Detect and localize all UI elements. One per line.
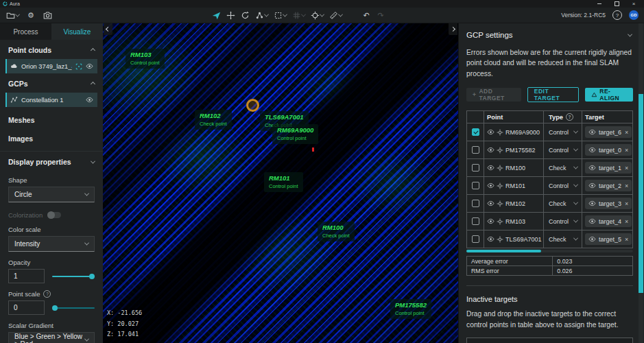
shape-select[interactable]: Circle — [8, 187, 95, 202]
target-tool-button[interactable] — [310, 10, 324, 21]
gcp-marker-label[interactable]: RM102Check point — [195, 110, 232, 130]
chevron-down-icon — [339, 14, 342, 17]
marker-type: Control point — [269, 183, 298, 189]
remove-target-icon[interactable]: × — [625, 165, 628, 172]
table-horizontal-scrollbar[interactable] — [466, 250, 633, 252]
crosshair-icon[interactable] — [497, 147, 503, 154]
eye-icon[interactable] — [487, 235, 494, 243]
tab-process[interactable]: Process — [0, 23, 51, 40]
chevron-up-icon — [91, 82, 95, 86]
gcp-marker-label[interactable]: RM103Control point — [126, 49, 165, 69]
crosshair-icon[interactable] — [497, 182, 503, 189]
row-checkbox[interactable] — [472, 217, 479, 225]
point-cloud-viewport[interactable]: RM103Control pointRM102Check pointTLS69A… — [103, 23, 458, 343]
help-icon[interactable]: ? — [566, 113, 573, 121]
crosshair-icon[interactable] — [497, 165, 503, 172]
gcp-marker-label[interactable]: RM101Control point — [264, 172, 303, 192]
remove-target-icon[interactable]: × — [625, 129, 628, 136]
type-select[interactable]: Check — [544, 159, 582, 176]
user-avatar[interactable]: GD — [629, 10, 639, 20]
navigate-tool-icon[interactable] — [211, 10, 221, 21]
re-align-button[interactable]: RE-ALIGN — [585, 88, 634, 102]
gcp-tool-button[interactable] — [254, 10, 268, 21]
row-checkbox[interactable] — [472, 146, 479, 154]
target-chip[interactable]: target_4× — [585, 215, 632, 227]
eye-icon[interactable] — [86, 96, 93, 104]
type-select[interactable]: Control — [544, 177, 582, 194]
scalar-gradient-select[interactable]: Blue > Green > Yellow > Red — [8, 332, 95, 343]
colorization-toggle[interactable] — [47, 212, 61, 218]
remove-target-icon[interactable]: × — [625, 218, 628, 225]
settings-gear-icon[interactable]: ⚙ — [26, 10, 36, 21]
type-select[interactable]: Control — [544, 141, 582, 158]
row-checkbox[interactable] — [472, 164, 479, 172]
gcp-marker-label[interactable]: PM175582Control point — [390, 299, 431, 319]
minimize-button[interactable] — [592, 0, 607, 8]
row-checkbox[interactable] — [472, 235, 479, 243]
collapse-left-panel-button[interactable] — [104, 23, 112, 35]
target-chip[interactable]: target_3× — [585, 198, 632, 209]
measure-tool-button[interactable] — [329, 10, 342, 21]
undo-icon[interactable]: ↶ — [361, 10, 371, 21]
orbit-tool-icon[interactable] — [240, 10, 250, 21]
crosshair-icon[interactable] — [497, 129, 503, 136]
crosshair-icon[interactable] — [497, 200, 503, 207]
gcps-section-header[interactable]: GCPs — [0, 73, 103, 91]
gcp-marker-label[interactable]: RM69A9000Control point — [272, 124, 318, 144]
opacity-input[interactable]: 1 — [8, 269, 45, 283]
row-checkbox[interactable] — [472, 182, 479, 189]
crosshair-icon[interactable] — [497, 218, 503, 225]
chevron-down-icon — [574, 166, 577, 169]
target-chip[interactable]: target_1× — [585, 162, 632, 174]
crop-tool-button[interactable] — [273, 10, 287, 21]
crosshair-icon[interactable] — [497, 236, 503, 243]
point-scale-slider[interactable] — [52, 305, 95, 311]
eye-icon[interactable] — [487, 128, 494, 136]
collapse-right-panel-button[interactable] — [449, 23, 457, 35]
eye-icon[interactable] — [487, 217, 494, 225]
meshes-section-header[interactable]: Meshes — [0, 107, 103, 126]
type-select[interactable]: Check — [544, 195, 582, 212]
orange-target-marker[interactable] — [246, 99, 259, 112]
point-scale-input[interactable]: 0 — [8, 300, 45, 315]
point-clouds-section-header[interactable]: Point clouds — [0, 40, 103, 58]
screenshot-camera-icon[interactable] — [43, 10, 52, 21]
eye-icon[interactable] — [487, 146, 494, 154]
error-label: Average error — [467, 257, 553, 265]
row-checkbox[interactable] — [472, 200, 479, 207]
point-cloud-item[interactable]: Orion 3749_laz1_4.laz — [5, 59, 97, 73]
eye-icon[interactable] — [487, 200, 494, 207]
tab-visualize[interactable]: Visualize — [51, 23, 103, 40]
gcp-marker-label[interactable]: RM100Check point — [318, 222, 355, 241]
panel-vertical-scrollbar[interactable] — [639, 23, 643, 343]
type-select[interactable]: Control — [544, 213, 582, 230]
remove-target-icon[interactable]: × — [625, 236, 628, 243]
remove-target-icon[interactable]: × — [625, 182, 628, 189]
type-select[interactable]: Check — [544, 230, 582, 248]
remove-target-icon[interactable]: × — [625, 200, 628, 207]
maximize-button[interactable] — [609, 0, 624, 8]
pan-tool-icon[interactable] — [226, 10, 235, 21]
gcp-settings-header[interactable]: GCP settings — [466, 31, 633, 39]
focus-crosshair-icon[interactable] — [75, 63, 82, 70]
open-project-button[interactable] — [5, 10, 19, 21]
remove-target-icon[interactable]: × — [625, 147, 628, 154]
type-select[interactable]: Control — [544, 123, 582, 141]
gcp-constellation-item[interactable]: Constellation 1 — [5, 93, 97, 107]
color-scale-select[interactable]: Intensity — [8, 236, 95, 252]
display-properties-header[interactable]: Display properties — [0, 151, 103, 169]
edit-target-button[interactable]: EDIT TARGET — [527, 87, 579, 102]
target-chip[interactable]: target_6× — [585, 126, 632, 138]
target-chip[interactable]: target_0× — [585, 144, 632, 156]
close-button[interactable]: × — [626, 0, 641, 8]
eye-icon[interactable] — [487, 164, 494, 172]
eye-icon[interactable] — [86, 62, 93, 70]
inactive-targets-dropzone[interactable] — [466, 338, 633, 343]
target-chip[interactable]: target_2× — [585, 180, 632, 191]
row-checkbox[interactable] — [472, 128, 479, 136]
opacity-slider[interactable] — [52, 273, 95, 280]
eye-icon[interactable] — [487, 182, 494, 189]
help-icon[interactable]: ? — [612, 10, 622, 20]
target-chip[interactable]: target_5× — [585, 233, 632, 245]
images-section-header[interactable]: Images — [0, 126, 103, 144]
